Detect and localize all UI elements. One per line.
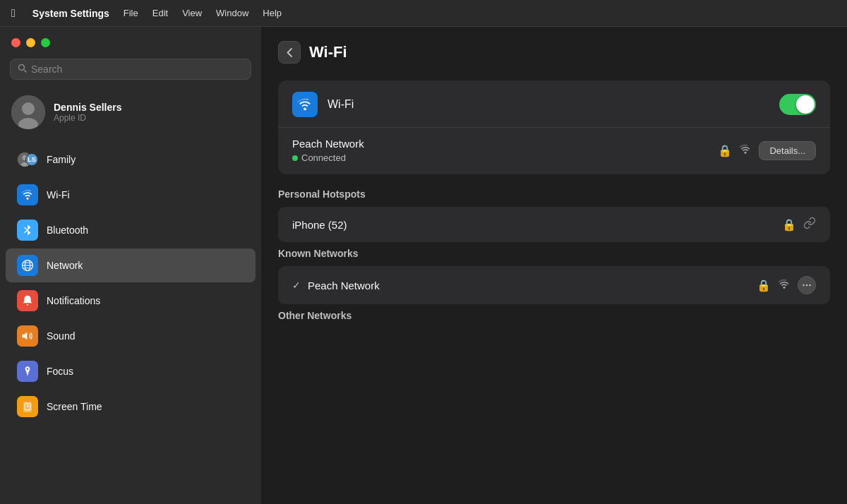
toggle-knob (796, 95, 815, 114)
sidebar-item-network[interactable]: Network (6, 248, 256, 282)
connected-network-row: Peach Network Connected 🔒 (292, 138, 816, 163)
menu-file[interactable]: File (124, 8, 138, 18)
wifi-left: Wi-Fi (292, 92, 354, 117)
sidebar-item-label-wifi: Wi-Fi (47, 189, 70, 200)
sidebar-item-family[interactable]: LS Family (6, 143, 256, 176)
avatar (11, 95, 45, 129)
sidebar-item-label-family: Family (47, 154, 76, 165)
search-input[interactable]: Search (31, 64, 62, 75)
wifi-toggle-row: Wi-Fi (292, 92, 816, 117)
family-avatars-icon: LS (17, 149, 38, 170)
traffic-lights (0, 38, 261, 59)
svg-point-21 (803, 284, 804, 286)
svg-point-19 (745, 152, 747, 154)
user-profile[interactable]: Dennis Sellers Apple ID (0, 90, 261, 135)
wifi-toggle-card: Wi-Fi Peach Network Connected 🔒 (278, 80, 830, 174)
svg-point-20 (783, 287, 786, 289)
sidebar-item-screentime[interactable]: Screen Time (6, 390, 256, 424)
app-name: System Settings (32, 8, 109, 19)
screentime-icon (17, 396, 38, 417)
wifi-icon (17, 184, 38, 205)
network-actions: 🔒 Details... (718, 141, 816, 160)
menu-bar:  System Settings File Edit View Window … (0, 0, 847, 27)
personal-hotspots-title: Personal Hotspots (278, 188, 830, 200)
sidebar-item-notifications[interactable]: Notifications (6, 284, 256, 318)
back-button[interactable] (278, 41, 301, 64)
hotspot-actions: 🔒 (782, 217, 816, 232)
known-networks-title: Known Networks (278, 248, 830, 259)
wifi-toggle-label: Wi-Fi (328, 98, 354, 111)
checkmark-icon: ✓ (292, 280, 301, 291)
svg-point-22 (806, 284, 807, 286)
page-title: Wi-Fi (309, 43, 347, 61)
known-lock-icon: 🔒 (757, 279, 771, 292)
sidebar-item-label-focus: Focus (47, 366, 73, 377)
svg-point-8 (27, 198, 29, 200)
page-header: Wi-Fi (278, 41, 830, 64)
user-name: Dennis Sellers (54, 102, 122, 113)
search-icon (18, 64, 27, 75)
hotspot-name: iPhone (52) (292, 219, 347, 231)
hotspot-lock-icon: 🔒 (782, 218, 796, 232)
menu-window[interactable]: Window (216, 8, 248, 18)
lock-icon: 🔒 (718, 144, 732, 157)
user-info: Dennis Sellers Apple ID (54, 102, 122, 123)
notifications-icon (17, 290, 38, 311)
sidebar-item-label-sound: Sound (47, 330, 75, 342)
sidebar-item-label-bluetooth: Bluetooth (47, 224, 88, 236)
main-content: Wi-Fi Wi-Fi (261, 27, 847, 504)
details-button[interactable]: Details... (759, 141, 816, 160)
search-box[interactable]: Search (10, 59, 251, 80)
connected-dot (292, 155, 298, 161)
network-icon (17, 255, 38, 276)
apple-logo-icon[interactable]:  (11, 7, 16, 20)
known-wifi-icon (778, 279, 791, 292)
wifi-toggle[interactable] (779, 94, 816, 115)
hotspot-item: iPhone (52) 🔒 (278, 207, 830, 242)
connected-badge: Connected (292, 152, 364, 163)
menu-view[interactable]: View (182, 8, 202, 18)
close-button[interactable] (11, 38, 20, 47)
more-button[interactable] (798, 276, 816, 294)
sidebar-item-label-network: Network (47, 260, 83, 271)
svg-point-18 (304, 108, 306, 111)
divider (278, 127, 830, 128)
sidebar-item-label-screentime: Screen Time (47, 401, 102, 412)
connected-network-name: Peach Network (292, 138, 364, 150)
window: Search Dennis Sellers Apple ID (0, 27, 847, 504)
connected-network-info: Peach Network Connected (292, 138, 364, 163)
other-networks-title: Other Networks (278, 310, 830, 321)
hotspot-link-icon (803, 217, 816, 232)
hotspot-item-left: iPhone (52) (292, 219, 347, 231)
known-network-item: ✓ Peach Network 🔒 (278, 266, 830, 304)
wifi-signal-icon (739, 144, 752, 157)
maximize-button[interactable] (41, 38, 50, 47)
user-subtitle: Apple ID (54, 113, 122, 123)
sound-icon (17, 325, 38, 347)
sidebar-item-bluetooth[interactable]: Bluetooth (6, 213, 256, 247)
known-network-name: Peach Network (308, 280, 380, 292)
svg-point-3 (22, 102, 35, 115)
known-network-left: ✓ Peach Network (292, 280, 380, 292)
svg-point-23 (809, 284, 810, 286)
sidebar-item-label-notifications: Notifications (47, 295, 100, 306)
minimize-button[interactable] (26, 38, 35, 47)
svg-line-1 (24, 70, 27, 73)
menu-edit[interactable]: Edit (152, 8, 168, 18)
menu-help[interactable]: Help (263, 8, 282, 18)
sidebar-item-wifi[interactable]: Wi-Fi (6, 178, 256, 212)
focus-icon (17, 361, 38, 382)
bluetooth-icon (17, 220, 38, 241)
wifi-main-icon (292, 92, 318, 117)
sidebar-item-focus[interactable]: Focus (6, 354, 256, 388)
sidebar-item-sound[interactable]: Sound (6, 319, 256, 353)
known-network-actions: 🔒 (757, 276, 816, 294)
connected-status: Connected (301, 152, 346, 163)
sidebar: Search Dennis Sellers Apple ID (0, 27, 261, 504)
